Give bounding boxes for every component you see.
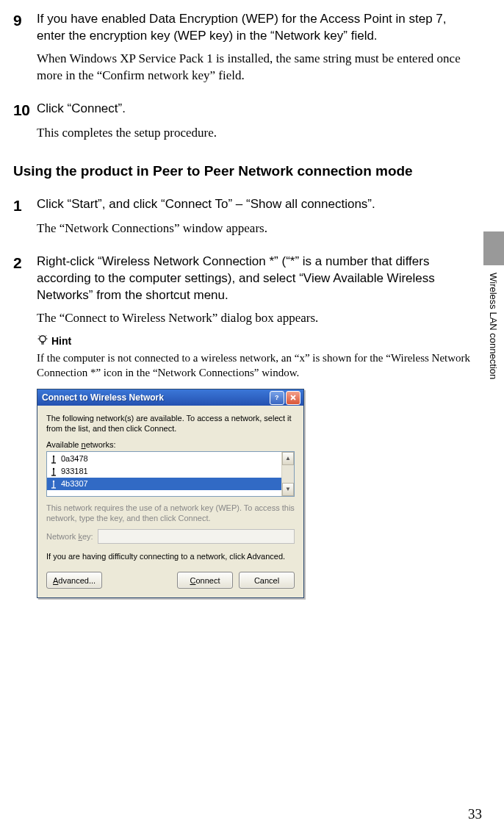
scroll-down-button[interactable]: ▼ xyxy=(282,483,294,496)
network-name: 4b3307 xyxy=(61,479,88,488)
step-body: The “Connect to Wireless Network” dialog… xyxy=(37,310,476,327)
cancel-button[interactable]: Cancel xyxy=(239,572,295,589)
network-name: 933181 xyxy=(61,467,88,475)
network-key-label: Network key: xyxy=(46,532,93,541)
step-title: Click “Connect”. xyxy=(37,101,126,119)
connect-wireless-dialog: Connect to Wireless Network ? The follow… xyxy=(37,389,304,598)
hint-text: If the computer is not connected to a wi… xyxy=(37,351,476,381)
page-content: 9 If you have enabled Data Encryption (W… xyxy=(0,0,504,598)
step-2: 2 Right-click “Wireless Network Connecti… xyxy=(13,254,476,599)
dialog-titlebar[interactable]: Connect to Wireless Network ? xyxy=(37,389,303,406)
side-tab-label: Wireless LAN connection xyxy=(483,265,499,379)
step-number: 1 xyxy=(13,196,37,215)
antenna-icon xyxy=(49,478,58,489)
list-item[interactable]: 933181 xyxy=(47,465,281,478)
step-number: 2 xyxy=(13,254,37,304)
lightbulb-icon xyxy=(37,334,48,348)
hint-label: Hint xyxy=(51,335,71,347)
step-1: 1 Click “Start”, and click “Connect To” … xyxy=(13,196,476,237)
svg-point-16 xyxy=(53,480,54,481)
scrollbar[interactable]: ▲ ▼ xyxy=(281,452,294,496)
step-body: The “Network Connections” window appears… xyxy=(37,220,476,237)
svg-point-0 xyxy=(40,335,46,341)
svg-point-13 xyxy=(53,467,54,469)
step-9: 9 If you have enabled Data Encryption (W… xyxy=(13,11,476,85)
advanced-hint-text: If you are having difficulty connecting … xyxy=(46,551,295,561)
step-body: When Windows XP Service Pack 1 is instal… xyxy=(37,51,476,85)
network-key-input[interactable] xyxy=(98,529,295,544)
network-name: 0a3478 xyxy=(61,454,88,463)
close-button[interactable] xyxy=(286,391,300,405)
side-tab: Wireless LAN connection xyxy=(483,231,504,379)
dialog-intro: The following network(s) are available. … xyxy=(46,413,295,434)
available-networks-listbox[interactable]: 0a34789331814b3307 ▲ ▼ xyxy=(46,451,295,497)
hint-row: Hint xyxy=(37,334,476,348)
step-body: This completes the setup procedure. xyxy=(37,125,476,142)
step-10: 10 Click “Connect”. This completes the s… xyxy=(13,101,476,142)
page-number: 33 xyxy=(468,806,482,822)
step-title: Right-click “Wireless Network Connection… xyxy=(37,254,476,304)
wep-hint-text: This network requires the use of a netwo… xyxy=(46,503,295,524)
svg-line-6 xyxy=(46,335,46,336)
step-number: 10 xyxy=(13,101,37,119)
step-title: If you have enabled Data Encryption (WEP… xyxy=(37,11,476,45)
step-title: Click “Start”, and click “Connect To” – … xyxy=(37,196,375,215)
antenna-icon xyxy=(49,466,58,476)
available-networks-label: Available networks: xyxy=(46,440,295,449)
svg-line-5 xyxy=(39,335,40,336)
svg-text:?: ? xyxy=(275,394,279,401)
list-item[interactable]: 0a3478 xyxy=(47,453,281,465)
advanced-button[interactable]: Advanced... xyxy=(46,572,102,589)
antenna-icon xyxy=(49,453,58,464)
side-tab-marker xyxy=(483,231,504,265)
dialog-title: Connect to Wireless Network xyxy=(42,392,164,403)
svg-point-10 xyxy=(53,455,54,456)
help-button[interactable]: ? xyxy=(270,391,284,405)
step-number: 9 xyxy=(13,11,37,45)
connect-button[interactable]: Connect xyxy=(177,572,233,589)
section-heading: Using the product in Peer to Peer Networ… xyxy=(13,162,476,180)
scroll-up-button[interactable]: ▲ xyxy=(282,452,294,465)
list-item[interactable]: 4b3307 xyxy=(47,478,281,490)
